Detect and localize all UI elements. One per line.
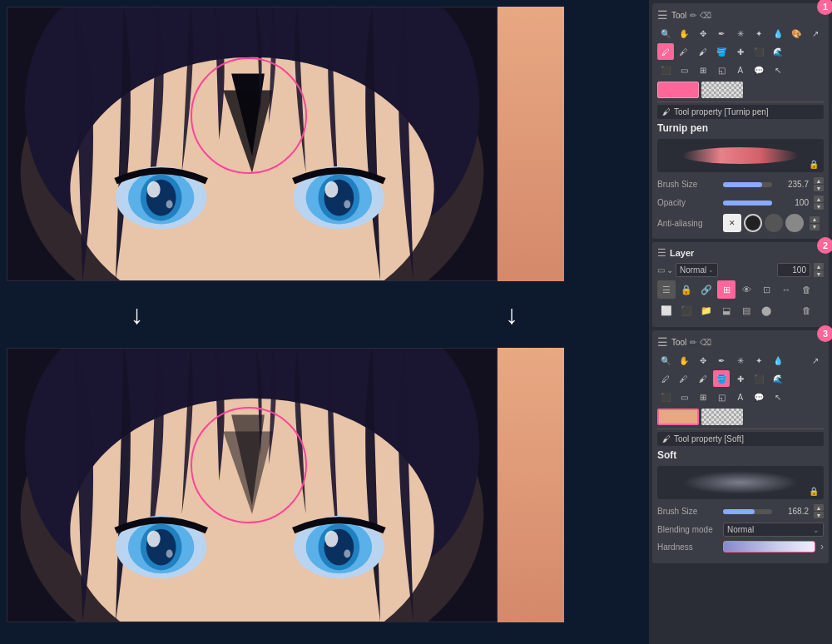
menu-icon-1[interactable]: ☰	[657, 8, 668, 22]
layer-opacity-down[interactable]: ▼	[814, 270, 824, 277]
stepper-up-1[interactable]: ▲	[814, 177, 824, 184]
brush-size-bar-3[interactable]	[723, 509, 772, 514]
background-swatch-3[interactable]	[701, 409, 743, 425]
layer-trash-icon[interactable]: 🗑	[797, 301, 815, 320]
cursor-icon[interactable]: ↖	[770, 62, 786, 78]
pen-icon[interactable]: ✒	[713, 25, 730, 42]
stepper-down-1[interactable]: ▼	[814, 185, 824, 191]
blend-mode-dropdown[interactable]: Normal ⌄	[676, 263, 718, 277]
opacity-bar-1[interactable]	[723, 201, 772, 206]
blending-mode-dropdown[interactable]: Normal ⌄	[723, 523, 824, 537]
layer-expand-btn[interactable]: ▭ ⌄	[657, 265, 673, 275]
move-icon[interactable]: ✥	[695, 25, 711, 42]
paint-icon[interactable]: 🎨	[788, 25, 805, 42]
hand-icon[interactable]: ✋	[676, 25, 692, 42]
eyedrop-icon-3[interactable]: 💧	[770, 352, 786, 369]
hand-icon-3[interactable]: ✋	[676, 352, 692, 369]
sparkle-icon[interactable]: ✳	[732, 25, 749, 42]
hardness-chevron[interactable]: ›	[820, 541, 824, 552]
aa-cross-btn[interactable]: ✕	[723, 214, 741, 232]
bucket-icon[interactable]: ⬛	[750, 43, 767, 60]
pencil-icon-3[interactable]: ✏	[690, 338, 696, 347]
text-icon[interactable]: A	[732, 62, 749, 78]
layer-highlight-icon[interactable]: ⊞	[717, 280, 735, 299]
aa-stepper[interactable]: ▲ ▼	[810, 216, 820, 230]
background-swatch-1[interactable]	[701, 82, 743, 98]
magnify-icon-3[interactable]: 🔍	[657, 352, 674, 369]
layer-fill-icon[interactable]: ⬤	[757, 301, 775, 320]
transform-3[interactable]: ◱	[713, 389, 730, 405]
brush-size-bar-1[interactable]	[723, 182, 772, 187]
fill-icon[interactable]: 🪣	[713, 43, 730, 60]
aa-circle-light-btn[interactable]	[785, 214, 804, 232]
plus-3[interactable]: ✚	[732, 370, 749, 387]
flow-3[interactable]: 🌊	[770, 370, 786, 387]
stepper-up-3[interactable]: ▲	[814, 504, 824, 511]
opacity-stepper-up-1[interactable]: ▲	[814, 196, 824, 202]
pen-icon-3[interactable]: ✒	[713, 352, 730, 369]
aa-stepper-up[interactable]: ▲	[810, 216, 820, 223]
star-icon[interactable]: ✦	[750, 25, 767, 42]
layer-select-icon[interactable]: ⬜	[657, 301, 676, 320]
aa-circle-dark-btn[interactable]	[744, 214, 762, 232]
bucket-3[interactable]: ⬛	[750, 370, 767, 387]
layer-opacity-stepper[interactable]: ▲ ▼	[814, 263, 824, 277]
layer-lock-icon[interactable]: 🔒	[677, 280, 696, 299]
layer-new-icon[interactable]: ☰	[657, 280, 676, 299]
layer-copy-icon[interactable]: ⊡	[757, 280, 775, 299]
magnify-icon[interactable]: 🔍	[657, 25, 674, 42]
pencil-icon-1[interactable]: ✏	[690, 11, 696, 20]
shape-rect-3[interactable]: ▭	[676, 389, 692, 405]
balloon-icon[interactable]: 💬	[750, 62, 767, 78]
shape-fill[interactable]: ⬛	[657, 62, 674, 78]
shape-fill-3[interactable]: ⬛	[657, 389, 674, 405]
bottom-canvas[interactable]	[7, 348, 498, 622]
layer-folder-icon[interactable]: 📁	[697, 301, 716, 320]
shape-grid[interactable]: ⊞	[695, 62, 711, 78]
layer-flatten-icon[interactable]: ▤	[737, 301, 755, 320]
brush-3[interactable]: 🖌	[695, 370, 711, 387]
stepper-down-3[interactable]: ▼	[814, 512, 824, 518]
shape-grid-3[interactable]: ⊞	[695, 389, 711, 405]
menu-icon-3[interactable]: ☰	[657, 335, 668, 349]
foreground-swatch-1[interactable]	[657, 82, 699, 98]
text-3[interactable]: A	[732, 389, 749, 405]
brush-size-stepper-1[interactable]: ▲ ▼	[814, 177, 824, 191]
shape-rect[interactable]: ▭	[676, 62, 692, 78]
brush-icon[interactable]: 🖌	[695, 43, 711, 60]
aa-stepper-down[interactable]: ▼	[810, 224, 820, 230]
arrow-icon-3[interactable]: ↗	[807, 352, 824, 369]
cursor-3[interactable]: ↖	[770, 389, 786, 405]
move-icon-3[interactable]: ✥	[695, 352, 711, 369]
ink-pen-icon[interactable]: 🖋	[676, 43, 692, 60]
balloon-3[interactable]: 💬	[750, 389, 767, 405]
layer-delete-icon[interactable]: 🗑	[797, 280, 815, 299]
foreground-swatch-3[interactable]	[657, 409, 699, 425]
eyedrop-icon[interactable]: 💧	[770, 25, 786, 42]
turnip-3[interactable]: 🖊	[657, 370, 674, 387]
layer-mask-icon[interactable]: ⬛	[677, 301, 696, 320]
layer-transform-icon[interactable]: ↔	[777, 280, 795, 299]
flow-icon[interactable]: 🌊	[770, 43, 786, 60]
eraser-icon-1[interactable]: ⌫	[700, 11, 711, 20]
sparkle-icon-3[interactable]: ✳	[732, 352, 749, 369]
star-icon-3[interactable]: ✦	[750, 352, 767, 369]
eraser-icon-3[interactable]: ⌫	[700, 338, 711, 347]
fill-3-active[interactable]: 🪣	[713, 370, 730, 387]
layer-eye-icon[interactable]: 👁	[737, 280, 755, 299]
ink-3[interactable]: 🖋	[676, 370, 692, 387]
aa-circle-medium-btn[interactable]	[765, 214, 783, 232]
turnip-pen-icon[interactable]: 🖊	[657, 43, 674, 60]
layer-opacity-up[interactable]: ▲	[814, 263, 824, 270]
opacity-stepper-down-1[interactable]: ▼	[814, 203, 824, 210]
hardness-bar[interactable]	[723, 541, 815, 552]
layer-merge-icon[interactable]: ⬓	[717, 301, 735, 320]
layer-ref-icon[interactable]: 🔗	[697, 280, 716, 299]
opacity-stepper-1[interactable]: ▲ ▼	[814, 196, 824, 210]
menu-icon-2[interactable]: ☰	[657, 247, 666, 259]
layer-opacity-value[interactable]: 100	[777, 263, 810, 277]
arrow-icon[interactable]: ↗	[807, 25, 824, 42]
brush-size-stepper-3[interactable]: ▲ ▼	[814, 504, 824, 518]
plus-icon[interactable]: ✚	[732, 43, 749, 60]
transform-icon[interactable]: ◱	[713, 62, 730, 78]
